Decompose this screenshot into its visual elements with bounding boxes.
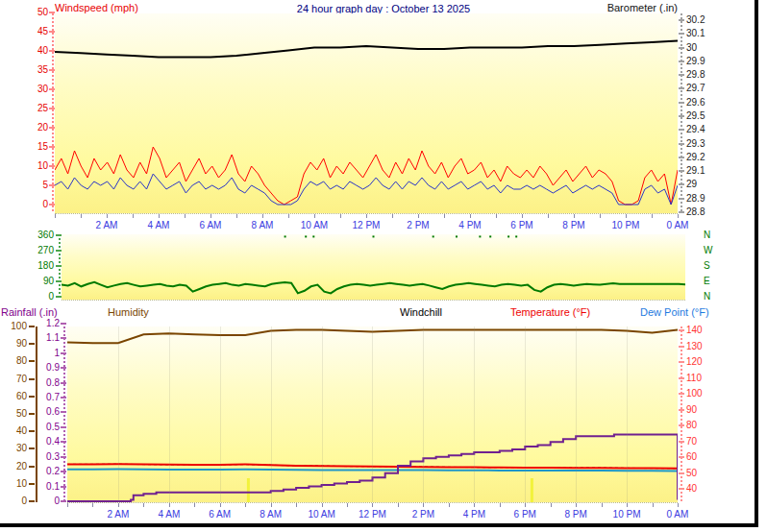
hour-tick	[194, 503, 195, 507]
chart-canvas	[55, 13, 678, 213]
time-label-top: 0 AM	[656, 220, 699, 230]
hour-tick	[159, 214, 160, 218]
gridline	[322, 326, 323, 502]
time-label-top: 12 PM	[345, 220, 387, 230]
hour-tick	[500, 503, 501, 507]
time-label-bottom: 6 PM	[504, 509, 546, 520]
event-marker	[531, 478, 533, 502]
humidity-tick-label: 50	[0, 409, 27, 419]
temperature-tick-label: 100	[686, 389, 717, 399]
rainfall-tick-label: 0	[29, 496, 60, 506]
temperature-tick	[679, 488, 684, 490]
hour-tick	[678, 214, 679, 218]
temperature-tick-label: 40	[686, 484, 717, 494]
hour-tick	[92, 503, 93, 507]
compass-letter: N	[704, 230, 710, 240]
hour-tick	[652, 214, 653, 218]
rainfall-tick	[61, 367, 66, 369]
humidity-label: Humidity	[108, 306, 149, 318]
time-label-top: 8 PM	[553, 220, 595, 230]
humidity-tick	[29, 447, 35, 449]
rainfall-tick	[61, 486, 66, 488]
scatter-dot	[507, 235, 509, 237]
hour-tick	[185, 214, 186, 218]
window-bottom-border	[0, 523, 758, 527]
windspeed-barometer-plot	[55, 13, 678, 214]
humidity-tick-label: 80	[0, 356, 27, 366]
temperature-tick-label: 120	[686, 357, 717, 367]
hour-tick	[548, 214, 549, 218]
windspeed-tick	[49, 127, 55, 129]
rainfall-tick-label: 0.4	[29, 437, 60, 447]
time-label-bottom: 12 PM	[351, 509, 393, 520]
windspeed-axis-title: Windspeed (mph)	[55, 2, 138, 13]
barometer-tick-label: 30	[686, 43, 717, 53]
temperature-tick	[679, 441, 684, 443]
windspeed-tick	[49, 146, 55, 148]
rainfall-tick-label: 0.1	[29, 482, 60, 492]
rainfall-tick-label: 0.2	[29, 467, 60, 476]
scatter-dot	[456, 235, 458, 237]
hour-tick	[626, 214, 627, 218]
wind_dir-axis-ticks	[59, 234, 61, 300]
barometer-tick	[679, 19, 684, 21]
rainfall-tick-label: 0.6	[29, 407, 60, 417]
temperature-tick	[679, 424, 684, 426]
scatter-dot	[373, 235, 375, 237]
rainfall-tick	[61, 456, 66, 458]
windspeed-tick	[49, 50, 55, 52]
hour-tick	[118, 503, 119, 507]
rainfall-tick	[61, 337, 66, 339]
windspeed-tick-label: 0	[17, 200, 48, 209]
gridline	[627, 326, 628, 502]
rainfall-tick-label: 1	[29, 349, 60, 358]
temperature-tick-label: 130	[686, 342, 717, 351]
temperature-tick	[679, 456, 684, 458]
hour-tick	[169, 503, 170, 507]
windspeed-axis-ticks	[52, 13, 54, 213]
hour-tick	[496, 214, 497, 218]
scatter-dot	[433, 235, 434, 237]
temperature-tick-label: 90	[686, 405, 717, 415]
hour-tick	[522, 214, 523, 218]
dew-point-label: Dew Point (°F)	[640, 306, 709, 318]
rainfall-tick-label: 1.2	[29, 319, 60, 328]
rainfall-tick	[61, 323, 66, 325]
barometer-tick	[679, 102, 684, 104]
hour-tick	[347, 503, 348, 507]
humidity-tick-label: 40	[0, 426, 27, 436]
rainfall-tick-label: 0.9	[29, 363, 60, 373]
barometer-tick	[679, 143, 684, 145]
hour-tick	[372, 503, 373, 507]
compass-letter: N	[704, 292, 710, 302]
wind_dir-tick	[56, 280, 62, 282]
series-barometer	[55, 40, 678, 57]
rainfall-tick-label: 0.7	[29, 393, 60, 402]
barometer-tick	[679, 170, 684, 172]
hour-tick	[525, 503, 526, 507]
rainfall-tick	[61, 500, 66, 502]
humidity-tick-label: 90	[0, 339, 27, 349]
rainfall-tick	[61, 441, 66, 443]
hour-tick	[576, 503, 577, 507]
barometer-tick-label: 29.3	[686, 139, 717, 149]
time-label-top: 8 AM	[241, 220, 284, 230]
temperature-tick	[679, 329, 684, 331]
hour-tick	[470, 214, 471, 218]
humidity-tick-label: 100	[0, 322, 27, 331]
hour-tick	[296, 503, 297, 507]
temperature-tick-label: 50	[686, 469, 717, 478]
windspeed-tick-label: 30	[17, 85, 48, 94]
barometer-tick	[679, 129, 684, 131]
windspeed-tick-label: 10	[17, 161, 48, 171]
time-label-top: 10 PM	[605, 220, 647, 230]
barometer-tick-label: 29.2	[686, 153, 717, 162]
time-label-bottom: 6 AM	[199, 509, 241, 520]
gridline	[271, 326, 272, 502]
temperature-tick	[679, 393, 684, 395]
barometer-tick-label: 29.6	[686, 98, 717, 108]
gridline	[525, 326, 526, 502]
barometer-tick	[679, 47, 684, 49]
hour-tick	[653, 503, 654, 507]
gridline	[576, 326, 577, 502]
